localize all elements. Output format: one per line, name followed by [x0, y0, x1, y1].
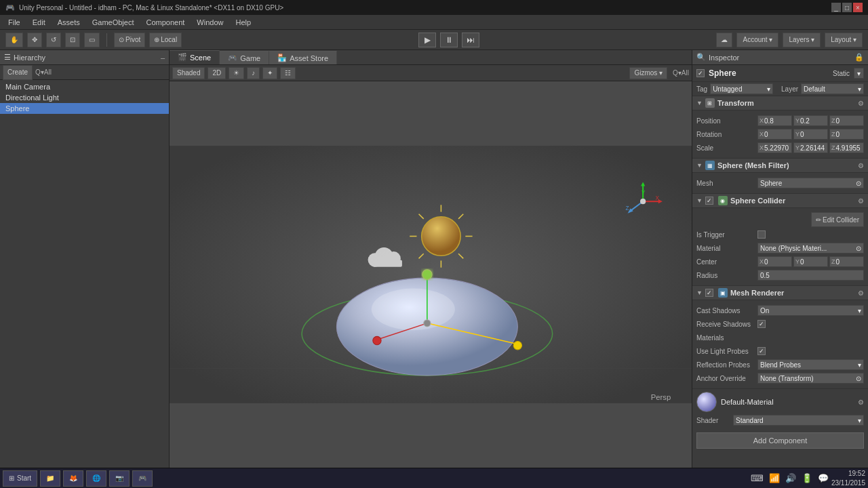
collider-body: ✏ Edit Collider Is Trigger Material None… [692, 208, 868, 286]
tab-game[interactable]: 🎮 Game [220, 51, 269, 64]
minimize-btn[interactable]: _ [831, 3, 841, 12]
cast-shadows-dropdown[interactable]: On ▾ [757, 305, 864, 316]
tag-label: Tag [696, 85, 707, 93]
2d-btn[interactable]: 2D [208, 67, 226, 79]
mesh-filter-settings[interactable]: ⚙ [858, 162, 864, 169]
local-btn[interactable]: ⊕ Local [149, 33, 182, 47]
hand-tool-btn[interactable]: ✋ [5, 33, 23, 47]
tag-dropdown[interactable]: Untagged ▾ [710, 83, 773, 94]
menu-component[interactable]: Component [140, 17, 190, 28]
start-btn[interactable]: ⊞ Start [3, 470, 37, 487]
center-z[interactable]: Z0 [829, 256, 864, 267]
radius-value[interactable]: 0.5 [757, 270, 864, 281]
lighting-btn[interactable]: ☀ [229, 67, 244, 79]
rot-y-input[interactable]: Y0 [793, 129, 828, 140]
edit-collider-btn[interactable]: ✏ Edit Collider [811, 212, 864, 227]
object-name-bar: Sphere Static ▾ [692, 65, 868, 82]
static-dropdown[interactable]: ▾ [854, 68, 864, 79]
effects-btn[interactable]: ✦ [262, 67, 277, 79]
taskbar-unity-btn[interactable]: 🎮 [132, 470, 153, 487]
scale-z-input[interactable]: Z4.91955 [829, 142, 864, 153]
inspector-lock[interactable]: 🔒 [854, 53, 864, 62]
hierarchy-create-btn[interactable]: Create [3, 65, 33, 80]
rot-z-input[interactable]: Z0 [829, 129, 864, 140]
shading-mode-btn[interactable]: Shaded [172, 67, 205, 79]
sphere-collider-header[interactable]: ▼ ◉ Sphere Collider ⚙ [692, 194, 868, 208]
light-probes-checkbox[interactable] [757, 347, 766, 355]
mesh-filter-header[interactable]: ▼ ▦ Sphere (Mesh Filter) ⚙ [692, 159, 868, 173]
scale-tool-btn[interactable]: ⊡ [65, 33, 80, 47]
pivot-icon: ⊙ [119, 36, 124, 43]
renderer-settings[interactable]: ⚙ [858, 289, 864, 297]
center-x[interactable]: X0 [757, 256, 792, 267]
material-settings[interactable]: ⚙ [858, 399, 864, 406]
object-name: Sphere [709, 68, 829, 78]
scale-x-input[interactable]: X5.22970 [757, 142, 792, 153]
menu-file[interactable]: File [3, 17, 26, 28]
menu-help[interactable]: Help [230, 17, 256, 28]
step-btn[interactable]: ⏭ [462, 33, 479, 47]
scale-inputs: X5.22970 Y2.26144 Z4.91955 [757, 142, 864, 153]
menu-window[interactable]: Window [191, 17, 229, 28]
taskbar-firefox-btn[interactable]: 🦊 [63, 470, 83, 487]
collider-settings[interactable]: ⚙ [858, 197, 864, 205]
center-y[interactable]: Y0 [793, 256, 828, 267]
collider-enabled-checkbox[interactable] [705, 197, 713, 205]
anchor-override-dropdown[interactable]: None (Transform) ⊙ [757, 373, 864, 384]
menu-edit[interactable]: Edit [27, 17, 51, 28]
mesh-dropdown[interactable]: Sphere ⊙ [757, 178, 864, 188]
play-btn[interactable]: ▶ [418, 33, 436, 47]
pos-y-input[interactable]: Y0.2 [793, 115, 828, 126]
account-dropdown[interactable]: Account ▾ [736, 33, 778, 47]
scale-y-input[interactable]: Y2.26144 [793, 142, 828, 153]
maximize-btn[interactable]: □ [842, 3, 852, 12]
shader-dropdown[interactable]: Standard ▾ [733, 415, 864, 426]
transform-header[interactable]: ▼ ⊞ Transform ⚙ [692, 96, 868, 110]
scale-row: Scale X5.22970 Y2.26144 Z4.91955 [696, 142, 864, 154]
close-btn[interactable]: × [853, 3, 863, 12]
transform-settings[interactable]: ⚙ [858, 100, 864, 107]
add-component-btn[interactable]: Add Component [696, 432, 864, 449]
layers-dropdown[interactable]: Layers ▾ [783, 33, 821, 47]
phys-material-dropdown[interactable]: None (Physic Materi... ⊙ [757, 243, 864, 253]
tab-scene[interactable]: 🎬 Scene [170, 50, 220, 64]
mesh-renderer-header[interactable]: ▼ ▣ Mesh Renderer ⚙ [692, 286, 868, 300]
svg-rect-25 [373, 260, 402, 266]
pause-btn[interactable]: ⏸ [440, 33, 458, 47]
hierarchy-item-light[interactable]: Directional Light [0, 92, 169, 103]
reflection-probes-dropdown[interactable]: Blend Probes ▾ [757, 359, 864, 370]
object-active-checkbox[interactable] [696, 69, 705, 77]
renderer-enabled-checkbox[interactable] [705, 289, 713, 297]
gizmos-btn[interactable]: Gizmos ▾ [629, 67, 667, 79]
receive-shadows-checkbox[interactable] [757, 320, 766, 328]
pivot-btn[interactable]: ⊙ Pivot [114, 33, 145, 47]
rot-x-input[interactable]: X0 [757, 129, 792, 140]
light-probes-row: Use Light Probes [696, 345, 864, 357]
keyboard-icon: ⌨ [751, 473, 764, 483]
pos-z-input[interactable]: Z0 [829, 115, 864, 126]
taskbar-folder-btn[interactable]: 📁 [40, 470, 60, 487]
menu-gameobject[interactable]: GameObject [87, 17, 140, 28]
audio-btn[interactable]: ♪ [247, 67, 260, 79]
materials-row: Materials [696, 331, 864, 344]
menu-assets[interactable]: Assets [52, 17, 85, 28]
move-tool-btn[interactable]: ✥ [27, 33, 42, 47]
svg-point-12 [424, 320, 431, 327]
hidden-layers-btn[interactable]: ☷ [280, 67, 296, 79]
hierarchy-item-sphere[interactable]: Sphere [0, 103, 169, 114]
hierarchy-item-camera[interactable]: Main Camera [0, 81, 169, 92]
pos-x-input[interactable]: X0.8 [757, 115, 792, 126]
tab-asset-store[interactable]: 🏪 Asset Store [269, 51, 337, 64]
scene-tab-bar: 🎬 Scene 🎮 Game 🏪 Asset Store [170, 50, 692, 65]
rect-tool-btn[interactable]: ▭ [84, 33, 100, 47]
layout-dropdown[interactable]: Layout ▾ [825, 33, 863, 47]
taskbar-chrome-btn[interactable]: 🌐 [86, 470, 106, 487]
layer-dropdown[interactable]: Default ▾ [801, 83, 864, 94]
cloud-btn[interactable]: ☁ [716, 33, 732, 47]
scene-view[interactable]: Y X Z Persp [170, 81, 692, 468]
hierarchy-collapse[interactable]: – [161, 54, 165, 62]
material-preview [696, 392, 717, 412]
rotate-tool-btn[interactable]: ↺ [46, 33, 61, 47]
taskbar-camera-btn[interactable]: 📷 [109, 470, 130, 487]
is-trigger-checkbox[interactable] [757, 230, 766, 239]
